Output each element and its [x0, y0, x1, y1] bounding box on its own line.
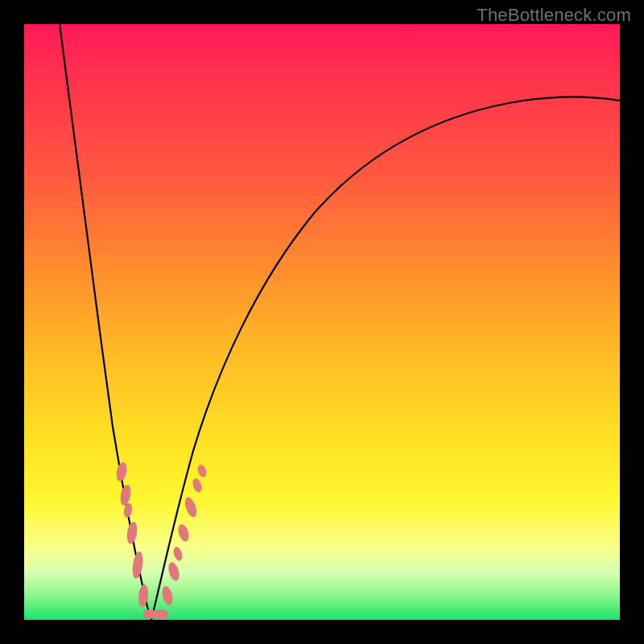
- svg-point-3: [126, 521, 138, 545]
- svg-point-12: [183, 496, 199, 518]
- chart-plot-area: [24, 24, 620, 620]
- svg-point-0: [115, 461, 129, 482]
- svg-point-14: [196, 464, 208, 478]
- svg-point-1: [119, 484, 133, 506]
- svg-point-10: [172, 546, 184, 562]
- highlight-dots: [115, 461, 208, 619]
- svg-point-8: [160, 585, 174, 606]
- curve-right-branch: [151, 97, 620, 620]
- svg-point-9: [167, 561, 181, 582]
- chart-frame: TheBottleneck.com: [0, 0, 644, 644]
- svg-point-4: [131, 551, 145, 579]
- svg-point-13: [191, 477, 204, 493]
- watermark-text: TheBottleneck.com: [477, 5, 631, 26]
- svg-point-7: [154, 609, 168, 619]
- curve-left-branch: [60, 24, 151, 620]
- bottleneck-curve: [24, 24, 620, 620]
- svg-point-11: [176, 523, 191, 543]
